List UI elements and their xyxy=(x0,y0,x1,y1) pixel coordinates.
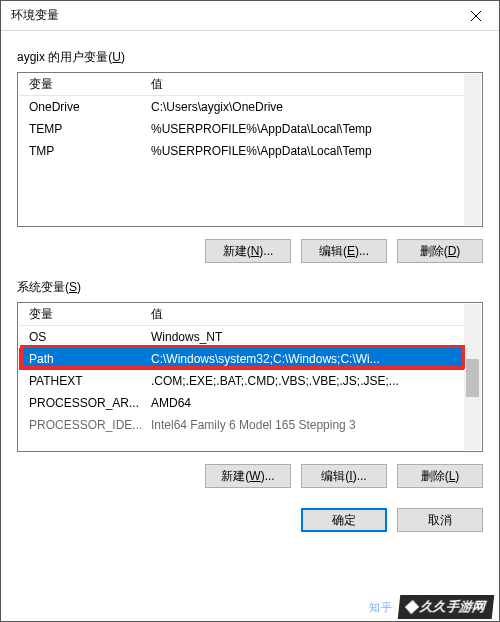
system-vars-list: 变量 值 OS Windows_NT Path C:\Windows\syste… xyxy=(19,304,464,450)
col-variable[interactable]: 变量 xyxy=(19,306,147,323)
ok-button[interactable]: 确定 xyxy=(301,508,387,532)
table-row-selected[interactable]: Path C:\Windows\system32;C:\Windows;C:\W… xyxy=(19,348,464,370)
table-row[interactable]: TMP %USERPROFILE%\AppData\Local\Temp xyxy=(19,140,464,162)
user-new-button[interactable]: 新建(N)... xyxy=(205,239,291,263)
env-vars-dialog: 环境变量 aygix 的用户变量(U) 变量 值 OneDrive C:\Use… xyxy=(0,0,500,622)
window-title: 环境变量 xyxy=(11,7,453,24)
col-value[interactable]: 值 xyxy=(147,306,464,323)
user-vars-listbox[interactable]: 变量 值 OneDrive C:\Users\aygix\OneDrive TE… xyxy=(17,72,483,227)
table-row[interactable]: OneDrive C:\Users\aygix\OneDrive xyxy=(19,96,464,118)
system-edit-button[interactable]: 编辑(I)... xyxy=(301,464,387,488)
scrollbar-track[interactable] xyxy=(464,74,481,225)
scrollbar-track[interactable] xyxy=(464,304,481,450)
scrollbar-thumb[interactable] xyxy=(466,359,479,397)
system-vars-buttons: 新建(W)... 编辑(I)... 删除(L) xyxy=(17,464,483,488)
table-row[interactable]: PATHEXT .COM;.EXE;.BAT;.CMD;.VBS;.VBE;.J… xyxy=(19,370,464,392)
system-vars-header[interactable]: 变量 值 xyxy=(19,304,464,326)
table-row[interactable]: PROCESSOR_AR... AMD64 xyxy=(19,392,464,414)
table-row[interactable]: PROCESSOR_IDE... Intel64 Family 6 Model … xyxy=(19,414,464,436)
user-vars-buttons: 新建(N)... 编辑(E)... 删除(D) xyxy=(17,239,483,263)
dialog-footer: 确定 取消 xyxy=(17,508,483,532)
table-row[interactable]: OS Windows_NT xyxy=(19,326,464,348)
table-row[interactable]: TEMP %USERPROFILE%\AppData\Local\Temp xyxy=(19,118,464,140)
close-button[interactable] xyxy=(453,1,499,31)
user-vars-label: aygix 的用户变量(U) xyxy=(17,49,483,66)
system-delete-button[interactable]: 删除(L) xyxy=(397,464,483,488)
watermark-left: 知乎 xyxy=(369,600,393,615)
col-value[interactable]: 值 xyxy=(147,76,464,93)
titlebar: 环境变量 xyxy=(1,1,499,31)
scrollbar[interactable] xyxy=(464,74,481,225)
close-icon xyxy=(471,11,481,21)
user-vars-header[interactable]: 变量 值 xyxy=(19,74,464,96)
watermark-badge: 久久手游网 xyxy=(398,595,495,619)
dialog-body: aygix 的用户变量(U) 变量 值 OneDrive C:\Users\ay… xyxy=(1,31,499,542)
system-vars-listbox[interactable]: 变量 值 OS Windows_NT Path C:\Windows\syste… xyxy=(17,302,483,452)
system-new-button[interactable]: 新建(W)... xyxy=(205,464,291,488)
user-vars-list: 变量 值 OneDrive C:\Users\aygix\OneDrive TE… xyxy=(19,74,464,225)
watermark: 知乎 久久手游网 xyxy=(369,595,493,619)
system-vars-label: 系统变量(S) xyxy=(17,279,483,296)
user-delete-button[interactable]: 删除(D) xyxy=(397,239,483,263)
diamond-icon xyxy=(405,600,419,614)
col-variable[interactable]: 变量 xyxy=(19,76,147,93)
scrollbar[interactable] xyxy=(464,304,481,450)
user-edit-button[interactable]: 编辑(E)... xyxy=(301,239,387,263)
cancel-button[interactable]: 取消 xyxy=(397,508,483,532)
